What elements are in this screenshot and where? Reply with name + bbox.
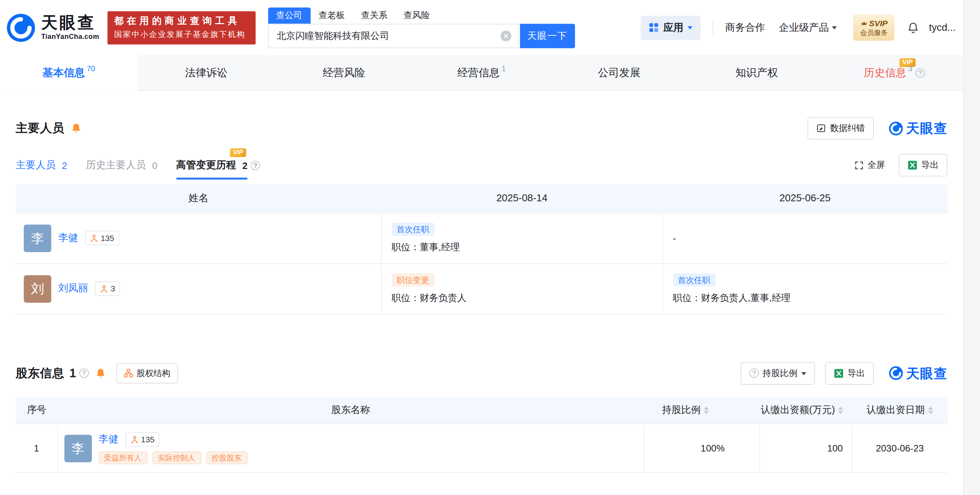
sort-asc-icon	[704, 406, 709, 410]
watermark-text: 天眼查	[906, 365, 947, 382]
tianyancha-watermark: 天眼查	[889, 119, 948, 137]
chevron-down-icon	[832, 26, 837, 32]
members-header-right: 数据纠错 天眼查	[808, 117, 948, 140]
tab-label: 基本信息	[42, 65, 85, 80]
fullscreen-button[interactable]: 全屏	[854, 159, 885, 171]
tab-company-development[interactable]: 公司发展	[550, 55, 688, 90]
subscribe-bell-icon[interactable]	[95, 368, 106, 379]
column-label: 持股比例	[662, 404, 701, 417]
sort-icons[interactable]	[704, 406, 709, 414]
search-button[interactable]: 天眼一下	[520, 23, 575, 48]
enterprise-products-link[interactable]: 企业级产品	[779, 21, 837, 34]
column-header-ratio[interactable]: 持股比例	[644, 397, 760, 424]
help-icon[interactable]: ?	[251, 161, 260, 170]
divider	[713, 21, 713, 35]
tab-intellectual-property[interactable]: 知识产权	[688, 55, 826, 90]
tab-label: 高管变更历程	[176, 159, 236, 172]
relation-graph-icon	[90, 234, 98, 242]
tianyancha-logo[interactable]: 天眼查 TianYanCha.com	[6, 13, 99, 42]
person-link[interactable]: 刘凤丽	[58, 282, 88, 295]
tab-executive-changes[interactable]: VIP 高管变更历程 2 ?	[176, 159, 260, 172]
tab-operation-risk[interactable]: 经营风险	[275, 55, 413, 90]
change-cell: -	[663, 213, 948, 264]
executive-changes-table: 姓名 2025-08-14 2025-06-25 李 李健	[16, 184, 948, 314]
column-header-amount[interactable]: 认缴出资额(万元)	[759, 397, 852, 424]
search-tab-company[interactable]: 查公司	[268, 7, 311, 23]
sort-asc-icon	[928, 406, 933, 410]
relations-chip[interactable]: 135	[85, 231, 119, 245]
column-header-date[interactable]: 认缴出资日期	[852, 397, 948, 424]
search-tab-risk[interactable]: 查风险	[395, 7, 438, 23]
help-icon[interactable]: ?	[79, 368, 88, 378]
search-bar: 天眼一下	[268, 23, 575, 48]
tab-legal-proceedings[interactable]: 法律诉讼	[138, 55, 275, 90]
search-tab-boss[interactable]: 查老板	[310, 7, 353, 23]
sort-icons[interactable]	[928, 406, 933, 414]
equity-structure-label: 股权结构	[137, 368, 170, 379]
tab-history-members[interactable]: 历史主要人员 0	[86, 159, 157, 172]
tianyancha-watermark-icon	[889, 121, 903, 135]
tab-history-info[interactable]: VIP 历史信息 3 ?	[825, 55, 963, 90]
subscribe-bell-icon[interactable]	[71, 123, 82, 134]
shareholder-info: 李健 135 受益所有人 实际控制人	[98, 432, 247, 464]
tab-label: 公司发展	[598, 65, 641, 80]
members-section-header: 主要人员 数据纠错 天眼查	[16, 117, 948, 140]
main-content: 主要人员 数据纠错 天眼查	[0, 117, 963, 473]
relations-chip[interactable]: 135	[125, 432, 160, 447]
apps-button[interactable]: 应用	[641, 15, 701, 40]
avatar[interactable]: 刘	[24, 275, 52, 303]
person-link[interactable]: 李健	[58, 231, 78, 244]
avatar[interactable]: 李	[24, 224, 52, 252]
notification-bell-icon[interactable]	[907, 21, 920, 34]
tab-operation-info[interactable]: 经营信息 1	[413, 55, 550, 90]
export-label: 导出	[848, 368, 865, 379]
amount-value: 100	[759, 424, 852, 473]
biz-cooperation-link[interactable]: 商务合作	[725, 21, 765, 34]
export-button[interactable]: 导出	[825, 362, 874, 385]
person-link[interactable]: 李健	[98, 433, 118, 446]
table-header-row: 序号 股东名称 持股比例 认缴出资额(万元)	[16, 397, 948, 424]
tab-key-members[interactable]: 主要人员 2	[16, 159, 67, 172]
data-correction-button[interactable]: 数据纠错	[808, 117, 874, 140]
clear-icon[interactable]	[500, 30, 511, 41]
equity-structure-button[interactable]: 股权结构	[116, 363, 178, 383]
help-icon: ?	[749, 368, 758, 378]
export-button[interactable]: 导出	[899, 154, 948, 177]
tab-main: 历史主要人员 0	[86, 159, 157, 172]
member-row: 刘 刘凤丽 3 职位变更 职位：财务负责人	[16, 263, 948, 314]
promo-line1: 都在用的商业查询工具	[114, 15, 255, 27]
user-menu[interactable]: tycd...	[929, 22, 955, 33]
tab-basic-info[interactable]: 基本信息 70	[0, 55, 138, 90]
shareholder-row: 1 李 李健 135	[16, 424, 948, 473]
tag-actual-controller[interactable]: 实际控制人	[152, 452, 201, 464]
table-header-row: 姓名 2025-08-14 2025-06-25	[16, 184, 948, 212]
sort-icons[interactable]	[838, 406, 843, 414]
column-header-date-2: 2025-06-25	[663, 184, 948, 212]
apps-label: 应用	[663, 21, 683, 34]
relations-chip[interactable]: 3	[95, 281, 120, 296]
shareholders-section-header: 股东信息 1 ? 股权结构 ? 持股	[16, 362, 948, 385]
column-header-date-1: 2025-08-14	[381, 184, 662, 212]
page-viewport: 天眼查 TianYanCha.com 都在用的商业查询工具 国家中小企业发展子基…	[0, 0, 980, 495]
shareholders-header-right: ? 持股比例 导出 天眼查	[741, 362, 948, 385]
tag-controlling-shareholder[interactable]: 控股股东	[206, 452, 247, 464]
chevron-down-icon	[688, 26, 693, 32]
column-header-index: 序号	[16, 397, 58, 424]
ratio-filter-button[interactable]: ? 持股比例	[741, 362, 815, 385]
tab-count: 3	[908, 64, 912, 73]
search-input[interactable]	[268, 23, 519, 48]
svip-member-button[interactable]: SVIP 会员服务	[853, 14, 895, 40]
tab-count: 2	[62, 160, 67, 171]
tag-beneficial-owner[interactable]: 受益所有人	[98, 452, 147, 464]
header-right: 应用 商务合作 企业级产品 SVIP 会员服务	[641, 14, 963, 40]
logo-title: 天眼查	[41, 15, 99, 32]
change-cell: 首次任职 职位：董事,经理	[381, 213, 662, 264]
tab-label: 历史信息	[864, 65, 907, 80]
tab-count: 1	[502, 64, 506, 73]
tab-main: 主要人员 2	[16, 159, 67, 172]
search-tab-relation[interactable]: 查关系	[353, 7, 396, 23]
shareholders-table: 序号 股东名称 持股比例 认缴出资额(万元)	[16, 397, 948, 473]
help-icon[interactable]: ?	[915, 68, 925, 77]
avatar[interactable]: 李	[64, 435, 92, 462]
relations-count: 3	[111, 284, 115, 293]
